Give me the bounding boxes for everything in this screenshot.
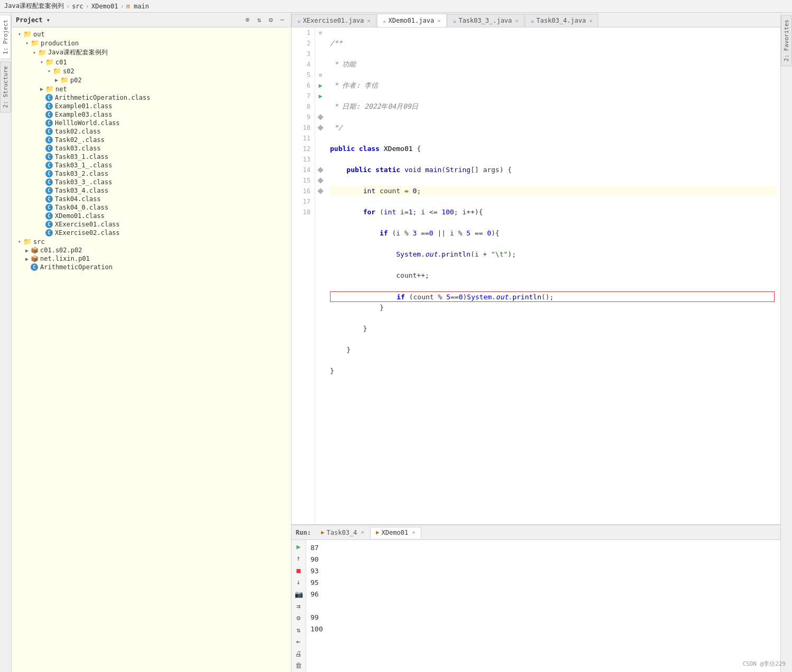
list-item[interactable]: C XExercise02.class — [12, 229, 291, 237]
tree-label: Task03_2.class — [55, 170, 108, 177]
tree-item-net[interactable]: ▶ 📁 net — [12, 84, 291, 93]
tree-item-out[interactable]: ▾ 📁 out — [12, 30, 291, 39]
tree-label: c01 — [55, 59, 67, 66]
tree-label: task03.class — [55, 145, 101, 152]
list-item[interactable]: C ArithmeticOperation.class — [12, 93, 291, 102]
project-panel: Project ▾ ⊕ ⇅ ⚙ − ▾ 📁 out ▾ 📁 production — [12, 13, 291, 672]
tab-close-xdemo01[interactable]: × — [437, 17, 441, 24]
expand-icon[interactable]: ⇅ — [255, 16, 263, 24]
list-item[interactable]: C Task03_1.class — [12, 153, 291, 161]
run-icon[interactable]: ▶ — [318, 82, 322, 89]
list-item[interactable]: C task03.class — [12, 144, 291, 153]
list-item[interactable]: C Task03_1_.class — [12, 161, 291, 169]
stop-icon[interactable]: ■ — [294, 566, 304, 575]
code-editor[interactable]: 1 2 3 4 5 6 7 8 9 10 11 12 13 14 15 16 1 — [291, 27, 780, 524]
tab-xexercise01[interactable]: ☕ XExercise01.java × — [291, 14, 376, 27]
tree-label: Task03_1.class — [55, 153, 108, 160]
camera-icon[interactable]: 📷 — [294, 590, 304, 599]
code-gutter: ⊟ ⊟ ▶ ▶ — [315, 27, 326, 524]
list-item[interactable]: C Task02_.class — [12, 136, 291, 144]
output-area: 87 90 93 95 96 99 100 — [306, 540, 780, 672]
tab-task03-4[interactable]: ☕ Task03_4.java × — [525, 14, 598, 27]
list-item[interactable]: C task02.class — [12, 127, 291, 136]
list-item[interactable]: C Task03_2.class — [12, 169, 291, 178]
list-item[interactable]: C Example03.class — [12, 110, 291, 119]
tree-item-s02[interactable]: ▾ 📁 s02 — [12, 67, 291, 75]
settings2-icon[interactable]: ⚙ — [294, 613, 304, 622]
tree-item-production[interactable]: ▾ 📁 production — [12, 39, 291, 48]
line-numbers: 1 2 3 4 5 6 7 8 9 10 11 12 13 14 15 16 1 — [291, 27, 315, 524]
watermark: CSDN @李信229 — [742, 660, 786, 668]
tree-label: task02.class — [55, 128, 101, 135]
main-container: 1: Project 2: Structure Project ▾ ⊕ ⇅ ⚙ … — [0, 13, 792, 672]
delete-icon[interactable]: 🗑 — [294, 661, 304, 670]
tab-close-task034[interactable]: × — [589, 17, 593, 24]
output-line: 96 — [310, 589, 776, 600]
tree-label: XDemo01.class — [55, 212, 105, 220]
list-item[interactable]: C Task04.class — [12, 195, 291, 203]
list-item[interactable]: C HellloWorld.class — [12, 119, 291, 127]
tree-label: HellloWorld.class — [55, 119, 120, 127]
tab-task03-3[interactable]: ☕ Task03_3_.java × — [447, 14, 524, 27]
sort-icon[interactable]: ⇅ — [294, 626, 304, 635]
tree-label: s02 — [63, 68, 74, 75]
tree-label: p02 — [70, 77, 82, 84]
tree-label: c01.s02.p02 — [40, 247, 82, 254]
tree-label: Task04_0.class — [55, 204, 108, 211]
collapse-icon[interactable]: ⊟ — [319, 30, 322, 35]
side-tabs: 1: Project 2: Structure — [0, 13, 12, 672]
breadcrumb: Java课程配套案例列 › src › XDemo01 › m main — [0, 0, 792, 13]
breadcrumb-main: m main — [126, 3, 149, 10]
output-line: 93 — [310, 565, 776, 577]
list-item[interactable]: C Example01.class — [12, 102, 291, 110]
tree-label: src — [33, 238, 45, 245]
tab-close-task033[interactable]: × — [515, 17, 519, 24]
list-item[interactable]: C XExercise01.class — [12, 220, 291, 229]
locate-icon[interactable]: ⊕ — [243, 16, 252, 24]
sidebar-item-favorites[interactable]: 2: Favorites — [781, 15, 792, 66]
print-icon[interactable]: 🖨 — [294, 649, 304, 658]
scroll-down-icon[interactable]: ↓ — [294, 578, 304, 587]
java-file-icon: ☕ — [531, 17, 534, 24]
tree-label: Task04.class — [55, 195, 101, 203]
tree-item-src[interactable]: ▾ 📁 src — [12, 237, 291, 246]
tree-item-c01s02p02[interactable]: ▶ 📦 c01.s02.p02 — [12, 246, 291, 254]
tab-xdemo01-run[interactable]: ▶ XDemo01 × — [370, 527, 421, 538]
run-icon[interactable]: ▶ — [318, 92, 322, 100]
tree-label: Task02_.class — [55, 136, 105, 144]
java-file-icon: ☕ — [297, 17, 301, 24]
tree-item-netlixin[interactable]: ▶ 📦 net.lixin.p01 — [12, 254, 291, 263]
tab-close-task034-run[interactable]: × — [361, 529, 364, 536]
tree-item-c01[interactable]: ▾ 📁 c01 — [12, 58, 291, 67]
fold-icon[interactable]: ⇉ — [294, 602, 304, 611]
tab-close-xdemo01-run[interactable]: × — [412, 529, 416, 536]
code-content[interactable]: /** * 功能 * 作者: 李信 * 日期: 2022年04月09日 */ p… — [326, 27, 780, 524]
tree-label: Task03_4.class — [55, 187, 108, 194]
output-line: 99 — [310, 612, 776, 623]
list-item[interactable]: C Task03_3_.class — [12, 178, 291, 186]
scroll-up-icon[interactable]: ↑ — [294, 554, 304, 563]
project-tree[interactable]: ▾ 📁 out ▾ 📁 production ▾ 📁 Java课程配套案例列 — [12, 27, 291, 672]
tab-close-xexercise01[interactable]: × — [367, 17, 371, 24]
minimize-icon[interactable]: − — [278, 16, 287, 24]
tree-item-p02[interactable]: ▶ 📁 p02 — [12, 75, 291, 84]
list-item[interactable]: C Task04_0.class — [12, 203, 291, 212]
bottom-tabs-bar: Run: ▶ Task03_4 × ▶ XDemo01 × — [291, 525, 780, 540]
tab-task03-4-run[interactable]: ▶ Task03_4 × — [315, 527, 370, 538]
breadcrumb-src: src — [72, 3, 83, 10]
list-item[interactable]: C XDemo01.class — [12, 212, 291, 220]
run-play-icon[interactable]: ▶ — [294, 542, 304, 551]
settings-icon[interactable]: ⚙ — [267, 16, 275, 24]
list-item[interactable]: C ArithmeticOperation — [12, 263, 291, 271]
sidebar-item-structure[interactable]: 2: Structure — [0, 61, 11, 112]
tree-label: net.lixin.p01 — [40, 255, 90, 262]
collapse-icon[interactable]: ⊟ — [319, 72, 322, 78]
tree-label: Task03_1_.class — [55, 162, 112, 169]
sidebar-item-project[interactable]: 1: Project — [0, 15, 11, 59]
list-item[interactable]: C Task03_4.class — [12, 186, 291, 195]
import-icon[interactable]: ⇤ — [294, 637, 304, 646]
tab-xdemo01[interactable]: ☕ XDemo01.java × — [377, 14, 447, 27]
bottom-panel: Run: ▶ Task03_4 × ▶ XDemo01 × ▶ ↑ ■ — [291, 524, 780, 672]
project-toolbar: Project ▾ ⊕ ⇅ ⚙ − — [12, 13, 291, 27]
tree-item-javapkg[interactable]: ▾ 📁 Java课程配套案例列 — [12, 48, 291, 58]
